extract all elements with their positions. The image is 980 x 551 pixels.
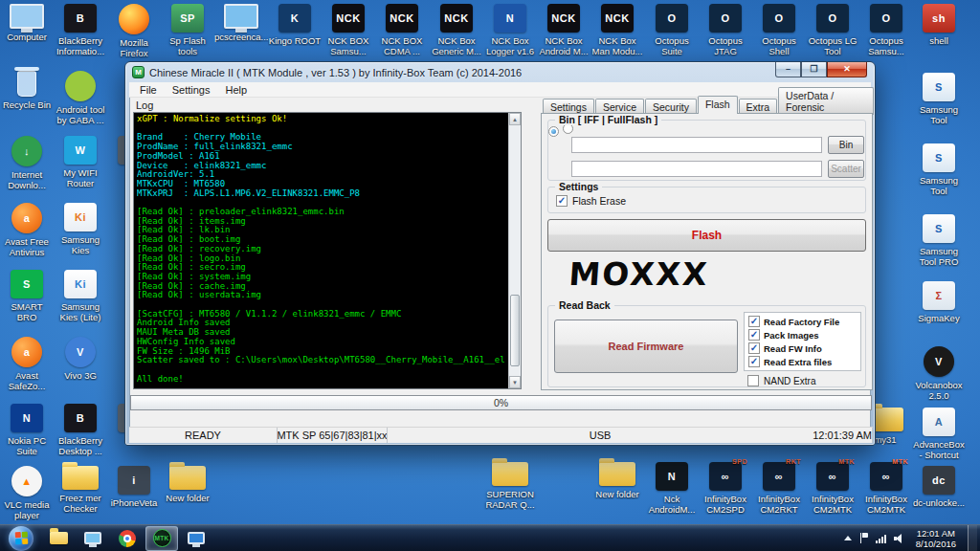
desktop-icon[interactable]: S SMART BRO bbox=[1, 270, 53, 322]
desktop-icon[interactable]: N Nck AndroidM... bbox=[646, 462, 698, 515]
checkbox[interactable] bbox=[748, 342, 760, 354]
tab[interactable]: Flash bbox=[698, 96, 738, 114]
desktop-icon[interactable]: ∞ MTK InfinityBox CM2MTK bbox=[860, 462, 912, 515]
tab[interactable]: UserData / Forensic bbox=[778, 87, 874, 115]
desktop-icon[interactable]: i iPhoneVeta bbox=[108, 466, 160, 508]
checkbox[interactable] bbox=[748, 356, 760, 367]
desktop-icon[interactable]: New folder bbox=[162, 466, 213, 503]
minimize-button[interactable]: – bbox=[775, 62, 801, 77]
desktop-icon[interactable]: S Samsung Tool bbox=[913, 73, 965, 125]
scatter-browse-button[interactable]: Scatter bbox=[828, 160, 864, 178]
desktop-icon[interactable]: Ki Samsung Kies bbox=[55, 203, 106, 255]
desktop-icon[interactable]: W My WIFI Router bbox=[55, 136, 106, 188]
desktop-icon[interactable]: Android tool by GABA ... bbox=[55, 71, 106, 125]
desktop-icon[interactable]: ∞ MTK InfinityBox CM2MTK bbox=[807, 462, 858, 515]
desktop-icon[interactable]: NCK NCK BOX CDMA ... bbox=[376, 4, 428, 56]
desktop-icon[interactable]: NCK NCK BOX Samsu... bbox=[323, 4, 374, 56]
desktop-icon[interactable]: ▲ VLC media player bbox=[1, 466, 53, 520]
taskbar-remote-button[interactable] bbox=[180, 526, 212, 551]
taskbar-media-player-button[interactable] bbox=[77, 526, 109, 551]
desktop-icon[interactable]: K Kingo ROOT bbox=[269, 4, 321, 46]
desktop-icon[interactable]: a Avast SafeZo... bbox=[1, 337, 53, 391]
readback-option[interactable]: Read Factory File bbox=[748, 316, 857, 327]
menu-item[interactable]: Help bbox=[217, 83, 255, 97]
desktop-icon[interactable]: V Volcanobox 2.5.0 bbox=[913, 346, 965, 401]
flash-button[interactable]: Flash bbox=[547, 219, 866, 252]
desktop-icon[interactable]: N NCK Box Logger v1.6 bbox=[484, 4, 536, 56]
taskbar-clock[interactable]: 12:01 AM 8/10/2016 bbox=[912, 528, 960, 549]
desktop-icon[interactable]: O Octopus Shell bbox=[753, 4, 805, 56]
bin-radio[interactable] bbox=[548, 126, 559, 137]
desktop-icon-label: BlackBerry Desktop ... bbox=[54, 435, 107, 456]
readback-option[interactable]: Read FW Info bbox=[748, 342, 857, 354]
desktop-icon[interactable]: a Avast Free Antivirus bbox=[1, 203, 53, 257]
volume-icon[interactable] bbox=[894, 534, 904, 543]
taskbar-explorer-button[interactable] bbox=[42, 526, 75, 551]
window-titlebar[interactable]: M Chinese Miracle II ( MTK Module , ver … bbox=[125, 62, 875, 82]
bin-browse-button[interactable]: Bin bbox=[828, 136, 864, 154]
desktop-icon-label: Volcanobox 2.5.0 bbox=[912, 380, 966, 401]
desktop-icon[interactable]: B BlackBerry Desktop ... bbox=[55, 404, 106, 456]
taskbar-chrome-button[interactable] bbox=[111, 526, 144, 551]
desktop-icon-image: O bbox=[763, 4, 795, 33]
scrollbar-thumb[interactable] bbox=[510, 295, 520, 366]
flash-erase-checkbox[interactable] bbox=[556, 195, 568, 207]
scatter-file-input[interactable] bbox=[571, 161, 822, 177]
menubar: File Settings Help bbox=[129, 82, 871, 98]
desktop-icon[interactable]: S Samsung Tool bbox=[913, 143, 965, 196]
taskbar-cm2-button[interactable]: MTK bbox=[145, 526, 178, 551]
desktop-icon[interactable]: ↓ Internet Downlo... bbox=[1, 136, 53, 190]
desktop-icon[interactable]: O Octopus Suite bbox=[646, 4, 698, 56]
action-center-flag-icon[interactable] bbox=[859, 533, 868, 543]
menu-item[interactable]: Settings bbox=[165, 83, 218, 97]
show-hidden-icons-chevron[interactable] bbox=[844, 536, 852, 540]
desktop-icon[interactable]: NCK NCK Box Android M... bbox=[538, 4, 590, 56]
desktop-icon[interactable]: Recycle Bin bbox=[1, 71, 53, 110]
checkbox[interactable] bbox=[748, 329, 760, 341]
desktop-icon[interactable]: V Vivo 3G bbox=[55, 337, 106, 381]
close-button[interactable]: ✕ bbox=[827, 62, 867, 77]
start-button[interactable] bbox=[9, 526, 33, 551]
desktop-icon[interactable]: Computer bbox=[1, 4, 53, 42]
desktop-icon[interactable]: pcscreenca... bbox=[215, 4, 267, 42]
console-scrollbar[interactable]: ▲ ▼ bbox=[508, 113, 521, 388]
log-label: Log bbox=[136, 99, 153, 111]
desktop-icon-image: O bbox=[656, 4, 688, 33]
bin-file-input[interactable] bbox=[571, 137, 822, 153]
desktop-icon[interactable]: O Octopus Samsu... bbox=[860, 4, 912, 56]
nand-extra-option[interactable]: NAND Extra bbox=[747, 375, 815, 386]
desktop-icon[interactable]: Freez mer Checker bbox=[55, 466, 106, 514]
maximize-button[interactable]: ❐ bbox=[801, 62, 827, 77]
system-tray: 12:01 AM 8/10/2016 bbox=[844, 525, 980, 551]
desktop-icon[interactable]: Ki Samsung Kies (Lite) bbox=[55, 270, 106, 322]
desktop-icon[interactable]: A AdvanceBox - Shortcut bbox=[913, 408, 965, 460]
menu-item[interactable]: File bbox=[132, 83, 165, 97]
scroll-up-icon[interactable]: ▲ bbox=[509, 113, 521, 125]
scroll-down-icon[interactable]: ▼ bbox=[509, 376, 521, 388]
checkbox[interactable] bbox=[748, 316, 760, 327]
flash-erase-option[interactable]: Flash Erase bbox=[556, 195, 626, 207]
readback-option[interactable]: Read Extra files bbox=[748, 356, 857, 367]
read-firmware-button[interactable]: Read Firmware bbox=[554, 320, 738, 373]
log-console[interactable]: xGPT : Normalize settings Ok! Brand : Ch… bbox=[133, 112, 522, 389]
desktop-icon[interactable]: SP Sp Flash tools bbox=[162, 4, 213, 56]
network-icon[interactable] bbox=[876, 534, 886, 543]
desktop-icon[interactable]: ∞ RKT InfinityBox CM2RKT bbox=[753, 462, 805, 515]
desktop-icon[interactable]: New folder bbox=[591, 462, 643, 499]
desktop-icon[interactable]: dc dc-unlocke... bbox=[913, 466, 965, 508]
nand-extra-checkbox[interactable] bbox=[747, 375, 759, 386]
desktop-icon[interactable]: N Nokia PC Suite bbox=[1, 404, 53, 456]
desktop-icon[interactable]: NCK NCK Box Man Modu... bbox=[591, 4, 643, 56]
show-desktop-button[interactable] bbox=[968, 525, 977, 551]
desktop-icon[interactable]: ∞ SPD InfinityBox CM2SPD bbox=[700, 462, 751, 515]
desktop-icon[interactable]: NCK NCK Box Generic M... bbox=[431, 4, 482, 56]
desktop-icon[interactable]: O Octopus LG Tool bbox=[807, 4, 858, 56]
desktop-icon[interactable]: B BlackBerry Informatio... bbox=[55, 4, 106, 56]
readback-option[interactable]: Pack Images bbox=[748, 329, 857, 341]
desktop-icon[interactable]: Mozilla Firefox bbox=[108, 4, 160, 58]
desktop-icon[interactable]: Σ SigmaKey bbox=[913, 281, 965, 323]
desktop-icon[interactable]: sh shell bbox=[913, 4, 965, 46]
desktop-icon[interactable]: S Samsung Tool PRO bbox=[913, 214, 965, 267]
desktop-icon[interactable]: SUPERION RADAR Q... bbox=[484, 462, 536, 510]
desktop-icon[interactable]: O Octopus JTAG bbox=[700, 4, 751, 56]
